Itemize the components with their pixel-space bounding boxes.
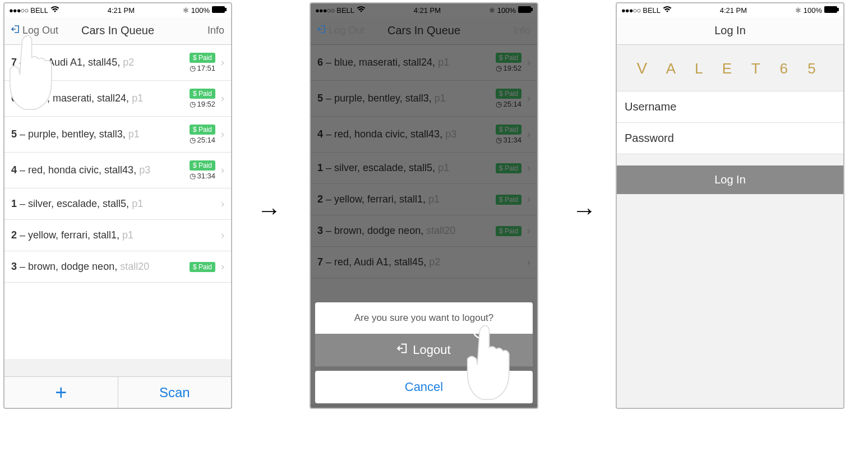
screen-logout-confirm: ●●●○○ BELL 4:21 PM ✱ 100% Log Out Cars I… <box>310 2 538 409</box>
wifi-icon <box>663 6 672 15</box>
sheet-title: Are you sure you want to logout? <box>315 302 533 334</box>
row-right: $ Paid◷ 17:51› <box>190 53 224 72</box>
wifi-icon <box>50 6 59 15</box>
list-item[interactable]: 5 – purple, bentley, stall3, p1$ Paid◷ 2… <box>4 117 231 153</box>
row-right: › <box>215 198 224 210</box>
status-bar: ●●●○○ BELL 4:21 PM ✱ 100% <box>617 3 843 17</box>
cars-list: 7 – red, Audi A1, stall45, p2$ Paid◷ 17:… <box>4 45 231 359</box>
logout-label: Log Out <box>329 25 364 36</box>
arrow-icon: → <box>572 196 597 224</box>
list-item[interactable]: 4 – red, honda civic, stall43, p3$ Paid◷… <box>4 153 231 188</box>
row-text: 2 – yellow, ferrari, stall1, p1 <box>11 229 133 241</box>
list-item[interactable]: 1 – silver, escalade, stall5, p1› <box>4 188 231 220</box>
row-right: $ Paid◷ 31:34› <box>190 160 224 180</box>
svg-rect-6 <box>837 8 839 11</box>
info-button[interactable]: Info <box>514 25 530 36</box>
toolbar: + Scan <box>4 376 231 408</box>
clock-icon: ◷ <box>190 100 196 108</box>
row-right: $ Paid◷ 25:14› <box>190 125 224 144</box>
chevron-right-icon: › <box>221 93 224 104</box>
arrow-icon: → <box>257 196 281 224</box>
username-field[interactable]: Username <box>617 91 843 123</box>
app-logo: V A L E T 6 5 <box>617 45 843 91</box>
time-stamp: ◷ 19:52 <box>190 100 215 108</box>
status-time: 4:21 PM <box>108 6 135 15</box>
row-text: 5 – purple, bentley, stall3, p1 <box>11 128 140 140</box>
signal-dots-icon: ●●●○○ <box>9 6 28 15</box>
paid-badge: $ Paid <box>190 160 215 171</box>
status-bar: ●●●○○ BELL 4:21 PM ✱ 100% <box>4 3 231 17</box>
paid-badge: $ Paid <box>190 53 215 63</box>
logout-label: Log Out <box>22 25 58 36</box>
paid-badge: $ Paid <box>190 125 215 135</box>
battery-icon <box>212 6 227 15</box>
clock-icon: ◷ <box>190 172 196 180</box>
list-item[interactable]: 7 – red, Audi A1, stall45, p2$ Paid◷ 17:… <box>4 45 231 81</box>
scan-button[interactable]: Scan <box>118 377 232 408</box>
nav-bar: Log In <box>617 17 843 45</box>
battery-icon <box>824 6 839 15</box>
row-right: $ Paid› <box>190 261 224 273</box>
login-fields: Username Password <box>617 91 843 154</box>
info-button[interactable]: Info <box>207 25 224 36</box>
row-right: $ Paid◷ 19:52› <box>190 89 224 108</box>
bluetooth-icon: ✱ <box>795 6 801 15</box>
login-button[interactable]: Log In <box>617 165 843 194</box>
logout-icon <box>317 25 326 36</box>
time-stamp: ◷ 25:14 <box>190 136 215 144</box>
sheet-logout-label: Logout <box>413 343 450 357</box>
list-item[interactable]: 2 – yellow, ferrari, stall1, p1› <box>4 220 231 251</box>
svg-rect-5 <box>824 6 837 13</box>
bluetooth-icon: ✱ <box>183 6 189 15</box>
add-button[interactable]: + <box>4 377 118 408</box>
clock-icon: ◷ <box>190 136 196 144</box>
screen-login: ●●●○○ BELL 4:21 PM ✱ 100% Log In V A L E… <box>616 2 844 409</box>
time-stamp: ◷ 17:51 <box>190 64 215 72</box>
list-item[interactable]: 6 – blue, maserati, stall24, p1$ Paid◷ 1… <box>4 81 231 117</box>
password-field[interactable]: Password <box>617 123 843 154</box>
chevron-right-icon: › <box>221 128 224 140</box>
logout-icon <box>11 25 20 36</box>
battery-pct: 100% <box>804 6 822 15</box>
list-item[interactable]: 3 – brown, dodge neon, stall20$ Paid› <box>4 251 231 283</box>
carrier-label: BELL <box>643 6 661 15</box>
clock-icon: ◷ <box>190 64 196 72</box>
row-text: 1 – silver, escalade, stall5, p1 <box>11 198 143 210</box>
logout-button[interactable]: Log Out <box>11 25 58 36</box>
row-right: › <box>215 229 224 241</box>
signal-dots-icon: ●●●○○ <box>621 6 640 15</box>
paid-badge: $ Paid <box>190 89 215 99</box>
battery-pct: 100% <box>191 6 210 15</box>
svg-rect-1 <box>225 8 227 11</box>
paid-badge: $ Paid <box>190 262 215 272</box>
page-title: Log In <box>617 24 843 37</box>
row-text: 7 – red, Audi A1, stall45, p2 <box>11 57 134 68</box>
status-time: 4:21 PM <box>720 6 747 15</box>
chevron-right-icon: › <box>221 57 224 68</box>
time-stamp: ◷ 31:34 <box>190 172 215 180</box>
chevron-right-icon: › <box>221 229 224 241</box>
sheet-logout-button[interactable]: Logout <box>315 334 533 366</box>
row-text: 4 – red, honda civic, stall43, p3 <box>11 164 150 176</box>
chevron-right-icon: › <box>221 261 224 273</box>
logout-button[interactable]: Log Out <box>317 25 364 36</box>
logout-icon <box>397 343 408 357</box>
row-text: 6 – blue, maserati, stall24, p1 <box>11 93 143 104</box>
chevron-right-icon: › <box>221 164 224 176</box>
login-content: V A L E T 6 5 Username Password Log In <box>617 45 843 408</box>
chevron-right-icon: › <box>221 198 224 210</box>
carrier-label: BELL <box>30 6 48 15</box>
row-text: 3 – brown, dodge neon, stall20 <box>11 261 149 273</box>
nav-bar: Log Out Cars In Queue Info <box>4 17 231 45</box>
screen-queue: ●●●○○ BELL 4:21 PM ✱ 100% Log Out Cars I… <box>3 2 232 409</box>
action-sheet: Are you sure you want to logout? Logout … <box>315 302 533 403</box>
svg-rect-0 <box>212 6 225 13</box>
sheet-cancel-button[interactable]: Cancel <box>315 371 533 403</box>
